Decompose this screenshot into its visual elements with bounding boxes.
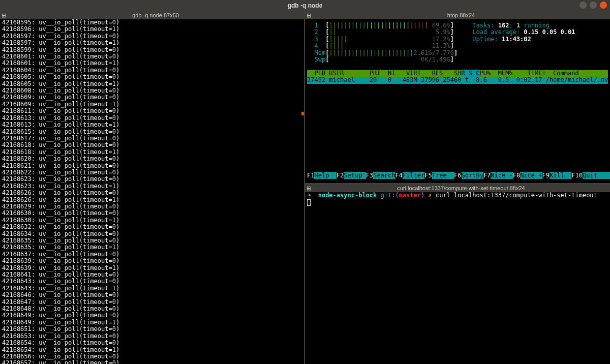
pane-menu-icon[interactable]: ⊞ [305,185,312,192]
gdb-line: 42168649: uv__io_poll(timeout=1) [2,319,302,326]
gdb-line: 42168648: uv__io_poll(timeout=0) [2,306,302,312]
shell-prompt[interactable]: ➜ node-async-block git:(master) ✗ curl l… [307,192,608,199]
gdb-line: 42168639: uv__io_poll(timeout=0) [2,258,302,264]
gdb-line: 42168597: uv__io_poll(timeout=1) [2,40,302,46]
gdb-line: 42168657: uv__io_poll(timeout=0) [2,360,302,364]
gdb-line: 42168626: uv__io_poll(timeout=1) [2,197,302,203]
gdb-line: 42168647: uv__io_poll(timeout=0) [2,299,302,306]
htop-empty [307,84,608,90]
gdb-line: 42168604: uv__io_poll(timeout=0) [2,67,302,74]
gdb-line: 42168623: uv__io_poll(timeout=1) [2,183,302,190]
gdb-line: 42168622: uv__io_poll(timeout=0) [2,169,302,176]
fn-key: F6 [454,172,461,179]
gdb-line: 42168635: uv__io_poll(timeout=1) [2,244,302,251]
gdb-line: 42168630: uv__io_poll(timeout=0) [2,210,302,217]
htop-process-row[interactable]: 37492 michael 20 0 483M 37996 25460 t 8.… [307,77,608,83]
pane-menu-icon[interactable]: ⊞ [305,12,312,19]
gdb-line: 42168623: uv__io_poll(timeout=0) [2,176,302,183]
gdb-line: 42168613: uv__io_poll(timeout=0) [2,115,302,122]
htop-terminal[interactable]: 1 [||||||||||||||||||||||||||| 69.6%] Ta… [305,19,610,183]
gdb-line: 42168609: uv__io_poll(timeout=1) [2,101,302,108]
htop-cpu-1: 1 [||||||||||||||||||||||||||| 69.6%] Ta… [307,22,608,29]
pane-header-curl[interactable]: ⊞ curl localhost:1337/compute-with-set-t… [305,184,610,192]
gdb-line: 42168639: uv__io_poll(timeout=1) [2,265,302,271]
gdb-line: 42168605: uv__io_poll(timeout=1) [2,81,302,87]
gdb-line: 42168649: uv__io_poll(timeout=0) [2,312,302,319]
right-pane: ⊞ htop 88x24 1 [||||||||||||||||||||||||… [305,11,610,364]
gdb-line: 42168617: uv__io_poll(timeout=0) [2,135,302,142]
gdb-line: 42168608: uv__io_poll(timeout=0) [2,87,302,94]
fn-key: F7 [483,172,491,179]
terminator-split: ⊞ gdb -q node 87x50 42168595: uv__io_pol… [0,11,610,364]
spacer [307,63,608,70]
gdb-line: 42168643: uv__io_poll(timeout=1) [2,285,302,292]
gdb-line: 42168613: uv__io_poll(timeout=1) [2,122,302,128]
htop-empty [307,159,608,165]
htop-empty [307,152,608,159]
htop-empty [307,166,608,172]
htop-cpu-3: 3 [||||| 17.2%] Uptime: 11:43:02 [307,36,608,43]
gdb-line: 42168637: uv__io_poll(timeout=0) [2,251,302,258]
maximize-icon[interactable] [590,2,597,9]
fn-kill[interactable]: Kill [550,172,571,179]
gdb-line: 42168618: uv__io_poll(timeout=0) [2,142,302,148]
fn-tree[interactable]: Tree [432,172,454,179]
gdb-line: 42168615: uv__io_poll(timeout=0) [2,129,302,135]
fn-key: F3 [366,172,373,179]
htop-swp: Swp[ 0K/1.49G] [307,56,608,63]
gdb-line: 42168643: uv__io_poll(timeout=0) [2,278,302,285]
fn-key: F4 [395,172,402,179]
pane-title-curl: curl localhost:1337/compute-with-set-tim… [312,185,610,191]
window-controls [580,2,607,9]
fn-sortby[interactable]: SortBy [462,172,483,179]
htop-empty [307,132,608,138]
gdb-line: 42168654: uv__io_poll(timeout=0) [2,340,302,346]
gdb-line: 42168656: uv__io_poll(timeout=0) [2,353,302,360]
gdb-line: 42168626: uv__io_poll(timeout=0) [2,190,302,196]
gdb-line: 42168611: uv__io_poll(timeout=0) [2,108,302,114]
pane-header-left[interactable]: ⊞ gdb -q node 87x50 [0,11,304,19]
gdb-line: 42168630: uv__io_poll(timeout=1) [2,217,302,224]
gdb-line: 42168641: uv__io_poll(timeout=0) [2,271,302,278]
minimize-icon[interactable] [580,2,587,9]
fn-filter[interactable]: Filter [403,172,424,179]
fn-help[interactable]: Help [314,172,336,179]
window-title: gdb -q node [288,2,323,9]
gdb-terminal[interactable]: 42168595: uv__io_poll(timeout=0)42168596… [0,19,304,364]
fn-key: F1 [307,172,314,179]
pane-title-left: gdb -q node 87x50 [7,12,304,18]
gdb-line: 42168620: uv__io_poll(timeout=0) [2,156,302,162]
gdb-line: 42168595: uv__io_poll(timeout=0) [2,19,302,26]
window-titlebar: gdb -q node [0,0,610,11]
htop-columns[interactable]: PID USER PRI NI VIRT RES SHR S CPU% MEM%… [307,70,608,77]
fn-search[interactable]: Search [373,172,395,179]
close-icon[interactable] [600,2,607,9]
fn-nice +[interactable]: Nice + [520,172,542,179]
gdb-line: 42168601: uv__io_poll(timeout=0) [2,53,302,60]
pane-menu-icon[interactable]: ⊞ [0,12,7,19]
fn-key: F2 [337,172,344,179]
curl-terminal[interactable]: ➜ node-async-block git:(master) ✗ curl l… [305,192,610,364]
gdb-line: 42168596: uv__io_poll(timeout=1) [2,26,302,33]
fn-setup[interactable]: Setup [344,172,365,179]
htop-empty [307,138,608,145]
htop-empty [307,118,608,125]
gdb-line: 42168635: uv__io_poll(timeout=0) [2,237,302,244]
htop-empty [307,111,608,117]
gdb-line: 42168599: uv__io_poll(timeout=0) [2,47,302,53]
htop-cpu-4: 4 [|||| 11.3%] [307,43,608,49]
fn-quit[interactable]: Quit [583,172,604,179]
cursor-line [307,199,608,205]
fn-key: F5 [424,172,432,179]
pane-header-htop[interactable]: ⊞ htop 88x24 [305,11,610,19]
fn-nice -[interactable]: Nice - [491,172,512,179]
gdb-line: 42168609: uv__io_poll(timeout=0) [2,94,302,101]
htop-fn-bar: F1Help F2Setup F3SearchF4FilterF5Tree F6… [307,172,608,179]
gdb-line: 42168597: uv__io_poll(timeout=0) [2,33,302,40]
gdb-line: 42168651: uv__io_poll(timeout=0) [2,326,302,332]
scrollbar-thumb[interactable] [301,112,304,115]
gdb-line: 42168632: uv__io_poll(timeout=0) [2,224,302,230]
htop-empty [307,97,608,104]
gdb-line: 42168653: uv__io_poll(timeout=0) [2,333,302,340]
htop-empty [307,145,608,151]
